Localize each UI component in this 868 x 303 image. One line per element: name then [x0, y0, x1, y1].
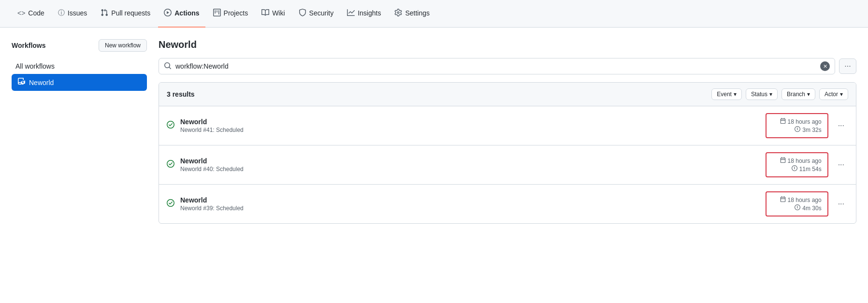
run-time-row: 18 hours ago	[780, 157, 822, 164]
search-input[interactable]	[175, 62, 816, 70]
chevron-down-icon: ▾	[807, 91, 810, 98]
nav-security-label: Security	[309, 9, 334, 17]
top-nav: <> Code ⓘ Issues Pull requests Actions P…	[0, 0, 868, 28]
nav-pull-requests-label: Pull requests	[111, 9, 150, 17]
run-time-row: 18 hours ago	[780, 118, 822, 125]
table-row[interactable]: Neworld Neworld #40: Scheduled 18 hours …	[159, 145, 856, 185]
results-table: 3 results Event ▾ Status ▾ Branch ▾	[159, 82, 856, 224]
run-time-ago: 18 hours ago	[788, 197, 822, 203]
new-workflow-button[interactable]: New workflow	[99, 39, 147, 52]
actions-icon	[164, 9, 172, 18]
nav-item-settings[interactable]: Settings	[389, 0, 435, 28]
success-icon	[167, 121, 174, 130]
branch-filter-button[interactable]: Branch ▾	[781, 88, 815, 100]
search-icon	[164, 62, 172, 71]
run-name: Neworld	[180, 157, 760, 165]
run-info: Neworld Neworld #39: Scheduled	[180, 196, 760, 212]
pull-requests-icon	[101, 9, 108, 18]
content-area: Neworld ✕ ··· 3 results Event ▾	[159, 39, 856, 224]
nav-insights-label: Insights	[358, 9, 381, 17]
search-clear-button[interactable]: ✕	[820, 61, 830, 71]
run-duration: 11m 54s	[799, 166, 822, 173]
nav-item-projects[interactable]: Projects	[207, 0, 254, 28]
nav-item-actions[interactable]: Actions	[158, 0, 205, 28]
status-filter-button[interactable]: Status ▾	[746, 88, 778, 100]
issues-icon: ⓘ	[58, 9, 65, 17]
run-time-ago: 18 hours ago	[788, 158, 822, 164]
run-sub: Neworld #40: Scheduled	[180, 166, 760, 173]
code-icon: <>	[17, 9, 25, 17]
filter-buttons: Event ▾ Status ▾ Branch ▾ Actor ▾	[711, 88, 848, 100]
run-more-button[interactable]: ···	[834, 119, 848, 132]
sidebar-item-all-workflows[interactable]: All workflows	[12, 59, 147, 73]
insights-icon	[347, 9, 355, 18]
wiki-icon	[261, 9, 269, 18]
main-layout: Workflows New workflow All workflows New…	[0, 28, 868, 235]
nav-item-wiki[interactable]: Wiki	[256, 0, 290, 28]
workflow-icon	[17, 78, 25, 87]
run-more-button[interactable]: ···	[834, 198, 848, 210]
run-sub: Neworld #41: Scheduled	[180, 127, 760, 133]
nav-item-pull-requests[interactable]: Pull requests	[95, 0, 156, 28]
table-row[interactable]: Neworld Neworld #41: Scheduled 18 hours …	[159, 106, 856, 145]
chevron-down-icon: ▾	[769, 91, 772, 98]
sidebar-title: Workflows	[12, 42, 46, 49]
table-row[interactable]: Neworld Neworld #39: Scheduled 18 hours …	[159, 185, 856, 223]
nav-item-security[interactable]: Security	[293, 0, 340, 28]
clock-icon	[795, 204, 800, 212]
more-options-button[interactable]: ···	[839, 58, 856, 74]
run-meta-highlighted: 18 hours ago 4m 30s	[766, 191, 828, 216]
sidebar-item-neworld[interactable]: Neworld	[12, 74, 147, 91]
calendar-icon	[780, 196, 786, 203]
run-duration-row: 4m 30s	[795, 204, 821, 212]
nav-issues-label: Issues	[68, 9, 87, 17]
run-info: Neworld Neworld #41: Scheduled	[180, 118, 760, 133]
settings-icon	[394, 9, 402, 18]
run-more-button[interactable]: ···	[834, 159, 848, 171]
clock-icon	[792, 165, 797, 173]
nav-item-insights[interactable]: Insights	[341, 0, 387, 28]
chevron-down-icon: ▾	[734, 91, 737, 98]
run-meta-highlighted: 18 hours ago 3m 32s	[766, 113, 828, 138]
sidebar: Workflows New workflow All workflows New…	[12, 39, 147, 224]
run-duration: 4m 30s	[802, 205, 821, 212]
search-bar: ✕ ···	[159, 58, 856, 74]
clock-icon	[795, 126, 800, 133]
nav-wiki-label: Wiki	[272, 9, 285, 17]
nav-actions-label: Actions	[174, 9, 199, 17]
projects-icon	[213, 9, 221, 18]
nav-item-issues[interactable]: ⓘ Issues	[52, 0, 93, 28]
run-name: Neworld	[180, 118, 760, 126]
page-title: Neworld	[159, 39, 856, 50]
run-time-row: 18 hours ago	[780, 196, 822, 203]
calendar-icon	[780, 157, 786, 164]
event-filter-button[interactable]: Event ▾	[711, 88, 742, 100]
sidebar-neworld-label: Neworld	[29, 79, 54, 87]
chevron-down-icon: ▾	[840, 91, 843, 98]
run-info: Neworld Neworld #40: Scheduled	[180, 157, 760, 173]
run-name: Neworld	[180, 196, 760, 204]
calendar-icon	[780, 118, 786, 125]
search-wrapper: ✕	[159, 58, 835, 74]
nav-item-code[interactable]: <> Code	[12, 0, 50, 28]
results-count: 3 results	[167, 90, 195, 98]
run-sub: Neworld #39: Scheduled	[180, 205, 760, 212]
run-time-ago: 18 hours ago	[788, 118, 822, 125]
success-icon	[167, 199, 174, 209]
nav-settings-label: Settings	[405, 9, 430, 17]
run-duration: 3m 32s	[802, 127, 821, 133]
results-header: 3 results Event ▾ Status ▾ Branch ▾	[159, 83, 856, 106]
run-meta-highlighted: 18 hours ago 11m 54s	[766, 152, 828, 177]
success-icon	[167, 160, 174, 170]
nav-projects-label: Projects	[224, 9, 248, 17]
run-duration-row: 3m 32s	[795, 126, 821, 133]
actor-filter-button[interactable]: Actor ▾	[819, 88, 848, 100]
run-duration-row: 11m 54s	[792, 165, 822, 173]
security-icon	[299, 9, 306, 18]
nav-code-label: Code	[28, 9, 44, 17]
sidebar-header: Workflows New workflow	[12, 39, 147, 52]
